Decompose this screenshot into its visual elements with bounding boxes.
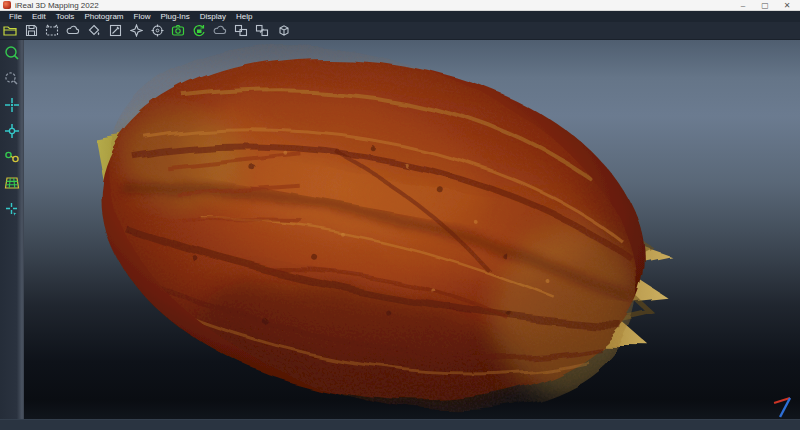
navigate-compass-icon[interactable] [129,24,143,38]
menu-file[interactable]: File [4,11,27,22]
zoom-icon[interactable] [3,44,20,61]
window-controls: – ▢ ✕ [732,0,798,11]
menu-tools[interactable]: Tools [51,11,80,22]
menu-flow[interactable]: Flow [129,11,156,22]
center-crosshair-icon[interactable] [3,96,20,113]
mesh-grid-icon[interactable] [3,174,20,191]
menu-photogram[interactable]: Photogram [79,11,128,22]
zoom-window-icon[interactable] [3,70,20,87]
edit-sheet-icon[interactable] [108,24,122,38]
menu-help[interactable]: Help [231,11,257,22]
status-bar [0,419,800,430]
close-button[interactable]: ✕ [776,0,798,11]
bounding-box-icon[interactable] [276,24,290,38]
app-logo-icon [3,1,11,9]
open-folder-icon[interactable] [3,24,17,38]
minimize-button[interactable]: – [732,0,754,11]
save-icon[interactable] [24,24,38,38]
point-cloud-icon[interactable] [213,24,227,38]
merge-cubes-icon[interactable] [255,24,269,38]
menu-bar: File Edit Tools Photogram Flow Plug-Ins … [0,11,800,22]
maximize-button[interactable]: ▢ [754,0,776,11]
view-tool-sidebar [0,40,24,419]
menu-display[interactable]: Display [195,11,231,22]
locate-target-icon[interactable] [3,122,20,139]
app-window: iReal 3D Mapping 2022 – ▢ ✕ File Edit To… [0,0,800,430]
cloud-import-icon[interactable] [66,24,80,38]
cacao-pod-model [24,40,800,419]
measure-nodes-icon[interactable] [3,148,20,165]
rescan-camera-icon[interactable] [192,24,206,38]
main-toolbar [0,22,800,40]
menu-plugins[interactable]: Plug-Ins [155,11,194,22]
3d-viewport[interactable] [24,40,800,419]
title-bar: iReal 3D Mapping 2022 – ▢ ✕ [0,0,800,11]
axis-indicator-icon [774,398,790,417]
window-title: iReal 3D Mapping 2022 [15,0,99,11]
scan-camera-icon[interactable] [171,24,185,38]
pick-point-icon[interactable] [3,200,20,217]
target-aim-icon[interactable] [150,24,164,38]
registration-cubes-icon[interactable] [234,24,248,38]
capture-region-icon[interactable] [45,24,59,38]
fill-tool-icon[interactable] [87,24,101,38]
menu-edit[interactable]: Edit [27,11,51,22]
